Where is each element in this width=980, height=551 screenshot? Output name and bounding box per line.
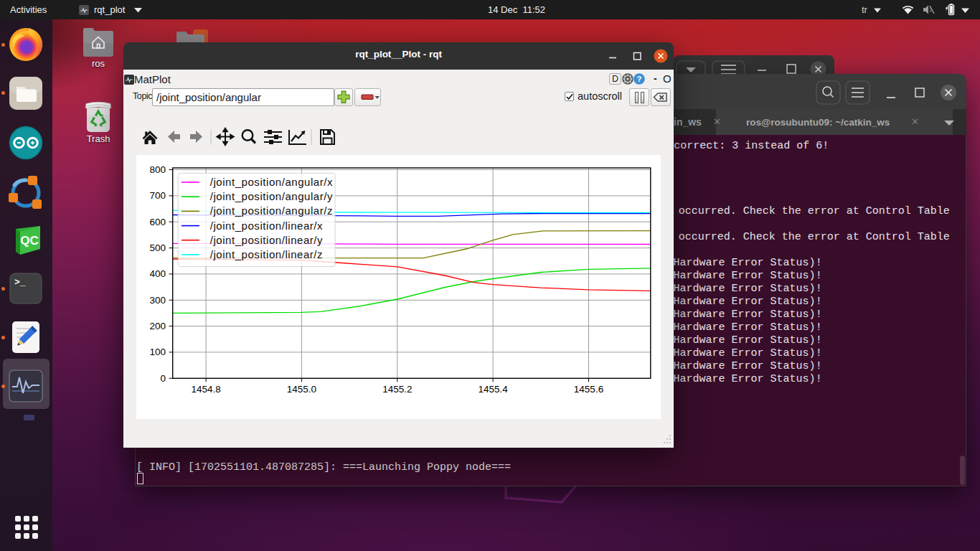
svg-text:/joint_position/linear/x: /joint_position/linear/x [210, 220, 323, 232]
svg-text:/joint_position/angular/z: /joint_position/angular/z [210, 204, 333, 217]
svg-text:400: 400 [149, 268, 166, 279]
svg-text:/joint_position/angular/x: /joint_position/angular/x [210, 176, 333, 188]
svg-text:500: 500 [149, 242, 166, 253]
svg-text:/joint_position/linear/y: /joint_position/linear/y [210, 234, 323, 246]
svg-text:1454.8: 1454.8 [191, 384, 220, 395]
svg-text:300: 300 [149, 295, 166, 306]
svg-text:1455.0: 1455.0 [287, 384, 316, 395]
svg-text:100: 100 [149, 347, 166, 357]
svg-text:/joint_position/linear/z: /joint_position/linear/z [210, 248, 323, 260]
svg-text:?: ? [636, 75, 641, 83]
svg-text:800: 800 [149, 164, 166, 175]
svg-text:1455.6: 1455.6 [574, 384, 603, 395]
svg-text:200: 200 [149, 321, 166, 331]
svg-text:QC: QC [20, 234, 39, 248]
svg-text:1455.2: 1455.2 [382, 384, 412, 395]
svg-text:>_: >_ [14, 277, 26, 288]
svg-text:1455.4: 1455.4 [478, 384, 508, 395]
svg-text:600: 600 [149, 217, 166, 227]
svg-text:0: 0 [160, 373, 166, 384]
svg-text:700: 700 [149, 190, 166, 201]
svg-text:/joint_position/angular/y: /joint_position/angular/y [210, 190, 333, 202]
